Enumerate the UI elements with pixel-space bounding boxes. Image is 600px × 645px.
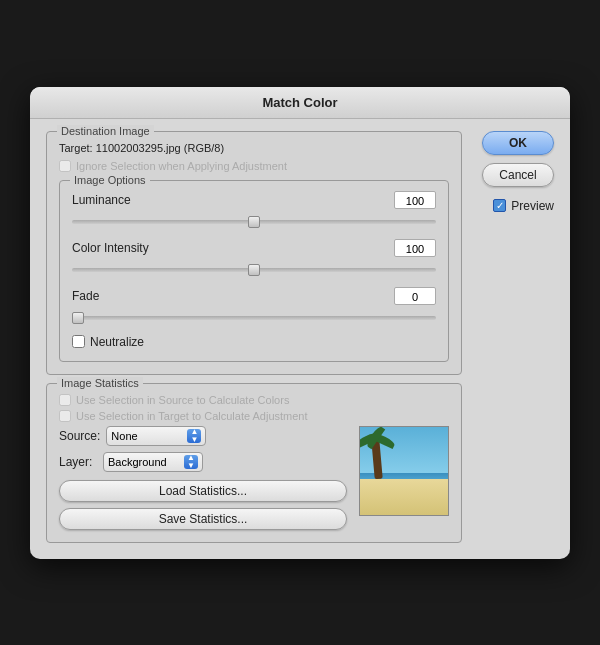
cancel-button[interactable]: Cancel (482, 163, 554, 187)
ignore-selection-checkbox[interactable] (59, 160, 71, 172)
source-dropdown[interactable]: None ▲ ▼ (106, 426, 206, 446)
use-selection-target-checkbox[interactable] (59, 410, 71, 422)
dialog-body: Destination Image Target: 11002003295.jp… (30, 119, 570, 559)
preview-label: Preview (511, 199, 554, 213)
image-statistics-section: Image Statistics Use Selection in Source… (46, 383, 462, 543)
source-row: Source: None ▲ ▼ (59, 426, 347, 446)
preview-checkmark: ✓ (493, 199, 506, 212)
source-layer-controls: Source: None ▲ ▼ Layer: (59, 426, 347, 530)
source-label: Source: (59, 429, 100, 443)
layer-dropdown[interactable]: Background ▲ ▼ (103, 452, 203, 472)
use-selection-target-row: Use Selection in Target to Calculate Adj… (59, 410, 449, 422)
source-layer-area: Source: None ▲ ▼ Layer: (59, 426, 449, 530)
luminance-slider[interactable] (72, 220, 436, 224)
ignore-selection-row: Ignore Selection when Applying Adjustmen… (59, 160, 449, 172)
ok-button[interactable]: OK (482, 131, 554, 155)
color-intensity-label-row: Color Intensity 100 (72, 239, 436, 257)
statistics-buttons: Load Statistics... Save Statistics... (59, 480, 347, 530)
use-selection-source-row: Use Selection in Source to Calculate Col… (59, 394, 449, 406)
fade-value[interactable]: 0 (394, 287, 436, 305)
left-panel: Destination Image Target: 11002003295.jp… (46, 131, 462, 543)
fade-label-row: Fade 0 (72, 287, 436, 305)
layer-label: Layer: (59, 455, 97, 469)
luminance-label: Luminance (72, 193, 131, 207)
save-statistics-button[interactable]: Save Statistics... (59, 508, 347, 530)
preview-row: ✓ Preview (493, 199, 554, 213)
luminance-row: Luminance 100 (72, 191, 436, 227)
dialog-title: Match Color (30, 87, 570, 119)
fade-row: Fade 0 (72, 287, 436, 323)
layer-row: Layer: Background ▲ ▼ (59, 452, 347, 472)
fade-slider[interactable] (72, 316, 436, 320)
match-color-dialog: Match Color Destination Image Target: 11… (30, 87, 570, 559)
load-statistics-button[interactable]: Load Statistics... (59, 480, 347, 502)
ignore-selection-label: Ignore Selection when Applying Adjustmen… (76, 160, 287, 172)
color-intensity-value[interactable]: 100 (394, 239, 436, 257)
luminance-label-row: Luminance 100 (72, 191, 436, 209)
color-intensity-row: Color Intensity 100 (72, 239, 436, 275)
thumbnail-image (360, 427, 448, 515)
layer-dropdown-arrow: ▲ ▼ (184, 455, 198, 469)
target-line: Target: 11002003295.jpg (RGB/8) (59, 142, 449, 154)
image-options-section: Image Options Luminance 100 Color Intens… (59, 180, 449, 362)
use-selection-source-label: Use Selection in Source to Calculate Col… (76, 394, 289, 406)
image-statistics-label: Image Statistics (57, 377, 143, 389)
target-value: 11002003295.jpg (RGB/8) (96, 142, 224, 154)
source-thumbnail (359, 426, 449, 516)
color-intensity-slider[interactable] (72, 268, 436, 272)
source-dropdown-value: None (111, 430, 187, 442)
use-selection-source-checkbox[interactable] (59, 394, 71, 406)
layer-dropdown-value: Background (108, 456, 184, 468)
beach-sand (360, 479, 448, 514)
neutralize-label: Neutralize (90, 335, 144, 349)
color-intensity-label: Color Intensity (72, 241, 149, 255)
neutralize-row: Neutralize (72, 335, 436, 349)
use-selection-target-label: Use Selection in Target to Calculate Adj… (76, 410, 308, 422)
luminance-value[interactable]: 100 (394, 191, 436, 209)
neutralize-checkbox[interactable] (72, 335, 85, 348)
destination-section: Destination Image Target: 11002003295.jp… (46, 131, 462, 375)
right-panel: OK Cancel ✓ Preview (474, 131, 554, 543)
fade-label: Fade (72, 289, 99, 303)
target-label: Target: (59, 142, 93, 154)
source-dropdown-arrow: ▲ ▼ (187, 429, 201, 443)
destination-section-label: Destination Image (57, 125, 154, 137)
image-options-label: Image Options (70, 174, 150, 186)
